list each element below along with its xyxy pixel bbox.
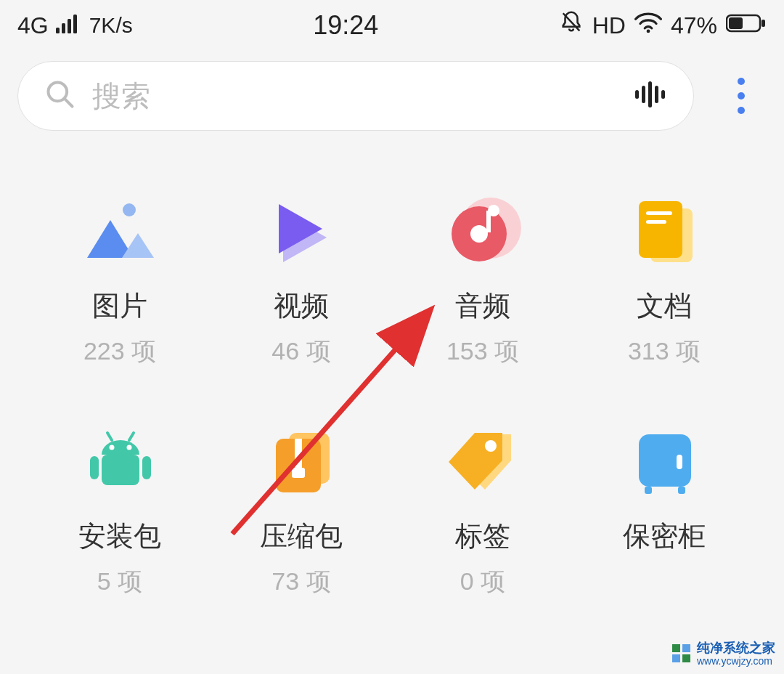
svg-rect-44 (677, 455, 682, 469)
svg-rect-3 (73, 15, 77, 33)
category-label: 保密柜 (623, 518, 706, 555)
image-icon (80, 196, 160, 269)
category-videos[interactable]: 视频 46 项 (211, 196, 392, 368)
svg-rect-29 (102, 455, 139, 485)
svg-point-16 (738, 78, 745, 85)
svg-line-34 (107, 433, 112, 440)
archive-icon (261, 426, 341, 499)
category-label: 视频 (274, 288, 329, 325)
svg-rect-0 (56, 28, 60, 33)
document-icon (624, 196, 704, 269)
category-label: 文档 (637, 288, 692, 325)
category-count: 153 项 (446, 335, 519, 368)
svg-point-19 (123, 203, 136, 216)
svg-rect-27 (646, 211, 672, 215)
svg-point-18 (738, 107, 745, 114)
search-row: 搜索 (0, 48, 784, 131)
svg-rect-15 (661, 90, 665, 99)
svg-point-24 (488, 205, 499, 216)
svg-point-22 (470, 225, 488, 243)
tag-icon (443, 426, 523, 499)
clock: 19:24 (313, 10, 378, 41)
category-count: 5 项 (97, 565, 142, 598)
hd-indicator: HD (592, 12, 626, 39)
svg-rect-2 (68, 19, 71, 33)
svg-rect-26 (639, 201, 682, 258)
svg-rect-43 (678, 487, 685, 494)
category-archives[interactable]: 压缩包 73 项 (211, 426, 392, 598)
svg-point-17 (738, 92, 745, 100)
category-count: 223 项 (83, 335, 156, 368)
category-apks[interactable]: 安装包 5 项 (29, 426, 211, 598)
category-label: 图片 (92, 288, 147, 325)
category-count: 46 项 (271, 335, 330, 368)
svg-rect-8 (761, 20, 765, 27)
more-menu-button[interactable] (716, 76, 767, 115)
watermark: 纯净系统之家 www.ycwjzy.com (672, 641, 775, 667)
video-icon (261, 196, 341, 269)
category-audio[interactable]: 音频 153 项 (392, 196, 573, 368)
search-placeholder: 搜索 (92, 76, 632, 116)
network-type: 4G (17, 12, 49, 39)
battery-icon (726, 12, 767, 39)
svg-rect-11 (635, 90, 639, 99)
apk-icon (80, 426, 160, 499)
category-tags[interactable]: 标签 0 项 (392, 426, 573, 598)
svg-rect-38 (295, 439, 302, 468)
svg-rect-12 (642, 86, 645, 103)
category-documents[interactable]: 文档 313 项 (573, 196, 755, 368)
svg-point-40 (485, 440, 497, 452)
svg-rect-30 (90, 456, 99, 479)
category-count: 73 项 (271, 565, 330, 598)
svg-point-33 (127, 444, 132, 450)
svg-line-35 (129, 433, 134, 440)
svg-rect-13 (648, 81, 652, 107)
svg-rect-50 (682, 654, 690, 662)
watermark-title: 纯净系统之家 (697, 641, 775, 656)
net-speed: 7K/s (89, 13, 133, 38)
signal-icon (56, 12, 82, 39)
svg-rect-39 (292, 468, 305, 478)
watermark-logo-icon (672, 644, 691, 663)
wifi-icon (634, 12, 662, 39)
category-label: 安装包 (78, 518, 161, 555)
svg-rect-28 (646, 220, 666, 224)
svg-point-32 (110, 444, 115, 450)
svg-line-10 (65, 99, 72, 106)
do-not-disturb-icon (559, 10, 584, 41)
category-label: 标签 (455, 518, 510, 555)
svg-rect-14 (655, 86, 658, 103)
svg-rect-42 (645, 487, 652, 494)
svg-rect-7 (729, 17, 743, 29)
search-icon (44, 78, 76, 113)
svg-rect-49 (672, 654, 680, 662)
audio-icon (443, 196, 523, 269)
svg-rect-41 (639, 434, 691, 487)
category-safe[interactable]: 保密柜 (573, 426, 755, 598)
svg-rect-48 (682, 644, 690, 652)
battery-percentage: 47% (671, 12, 717, 39)
category-label: 压缩包 (260, 518, 343, 555)
svg-rect-31 (142, 456, 151, 479)
watermark-url: www.ycwjzy.com (697, 656, 775, 667)
category-grid: 图片 223 项 视频 46 项 音频 153 项 (0, 131, 784, 598)
voice-search-icon[interactable] (632, 80, 667, 112)
svg-rect-1 (62, 23, 65, 33)
search-input[interactable]: 搜索 (17, 61, 694, 131)
category-count: 313 项 (628, 335, 701, 368)
category-count: 0 项 (460, 565, 505, 598)
category-label: 音频 (455, 288, 510, 325)
status-bar: 4G 7K/s 19:24 HD 4 (0, 0, 784, 48)
svg-rect-47 (672, 644, 680, 652)
svg-point-5 (647, 30, 650, 33)
safe-icon (624, 426, 704, 499)
category-images[interactable]: 图片 223 项 (29, 196, 211, 368)
